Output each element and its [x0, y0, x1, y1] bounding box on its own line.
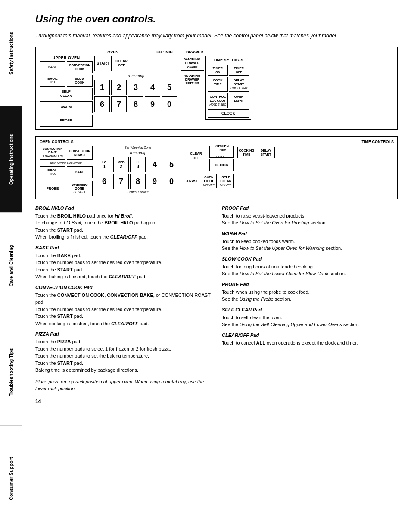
page-title: Using the oven controls. — [35, 13, 398, 28]
truetemp-lower-label: TrueTemp — [97, 151, 179, 155]
num-9-lower[interactable]: 9 — [147, 174, 162, 189]
convection-bake-button[interactable]: CONVECTIONBAKE1 RACK/MULTI — [40, 146, 65, 160]
pad-self-clean-title: SELF CLEAN Pad — [222, 307, 398, 312]
drawer-label: Drawer — [182, 50, 208, 54]
pad-convection-cook-desc: Touch the CONVECTION COOK, CONVECTION BA… — [35, 292, 212, 327]
warming-drawer-onoff-button[interactable]: WARMINGDRAWERON/OFF — [181, 56, 204, 71]
center-panel: START CLEAROFF TrueTemp 1 2 3 4 5 6 7 8 … — [94, 56, 177, 112]
timer-off-button[interactable]: TIMEROFF — [229, 65, 249, 76]
control-lockout-button[interactable]: CONTROLLOCKOUTHold 3 Sec — [208, 93, 228, 108]
sidebar-item-consumer[interactable]: Consumer Support — [0, 426, 22, 532]
page-number: 14 — [35, 398, 398, 404]
convection-roast-button[interactable]: CONVECTIONROAST — [67, 146, 93, 160]
time-controls-label: Time Controls — [362, 140, 394, 144]
pad-bake-desc: Touch the BAKE pad. Touch the number pad… — [35, 252, 212, 280]
warm-button[interactable]: WARM — [40, 101, 93, 113]
num-3-upper[interactable]: 3 — [128, 80, 143, 95]
clock-lower-button[interactable]: CLOCK — [209, 159, 234, 171]
pad-broil-hilo-desc: Touch the BROIL HI/LO pad once for HI Br… — [35, 212, 212, 241]
pad-probe-title: PROBE Pad — [222, 282, 398, 287]
num-6-lower[interactable]: 6 — [97, 174, 112, 189]
pad-warm-title: WARM Pad — [222, 231, 398, 236]
num-4-lower[interactable]: 4 — [147, 157, 162, 172]
num-4-upper[interactable]: 4 — [145, 80, 160, 95]
pad-probe: PROBE Pad Touch when using the probe to … — [222, 282, 398, 303]
pad-pizza-title: PIZZA Pad — [35, 331, 212, 336]
broil-hilo-button[interactable]: BROILHI/LO — [40, 75, 65, 87]
num-9-upper[interactable]: 9 — [145, 96, 160, 112]
pad-convection-cook: CONVECTION COOK Pad Touch the CONVECTION… — [35, 285, 212, 327]
probe-button[interactable]: PROBE — [40, 115, 93, 127]
lower-right-panel: CLEAROFF KITCHENTIMEROn/Off CLOCK START … — [184, 146, 234, 188]
num-1-upper[interactable]: 1 — [94, 80, 110, 95]
num-2-upper[interactable]: 2 — [111, 80, 127, 95]
self-clean-button[interactable]: SELFCLEAN — [40, 88, 93, 100]
clear-off-button[interactable]: CLEAROFF — [113, 56, 130, 71]
num-lo1-lower[interactable]: LO1 — [97, 157, 112, 172]
probe-lower-button[interactable]: PROBE — [40, 181, 65, 196]
bake-button[interactable]: BAKE — [40, 61, 65, 73]
warming-col: WARMINGDRAWERON/OFF WARMINGDRAWERSETTING — [181, 56, 204, 120]
delay-start-lower-button[interactable]: DELAYSTART — [257, 147, 275, 158]
warming-drawer-setting-button[interactable]: WARMINGDRAWERSETTING — [181, 72, 204, 87]
sidebar-item-troubleshooting[interactable]: Troubleshooting Tips — [0, 319, 22, 426]
num-hi3-lower[interactable]: HI3 — [130, 157, 146, 172]
num-0-lower[interactable]: 0 — [164, 174, 179, 189]
warming-zone-button[interactable]: WARMINGZONESET/OFF — [67, 181, 93, 196]
pad-proof-title: PROOF Pad — [222, 205, 398, 211]
num-med2-lower[interactable]: MED2 — [113, 157, 129, 172]
num-7-upper[interactable]: 7 — [111, 96, 127, 112]
pad-proof: PROOF Pad Touch to raise yeast-leavened … — [222, 205, 398, 227]
lower-center-panel: Set Warming Zone TrueTemp LO1 MED2 HI3 4… — [97, 146, 179, 193]
sidebar-item-care[interactable]: Care and Cleaning — [0, 213, 22, 319]
left-text-column: BROIL HI/LO Pad Touch the BROIL HI/LO pa… — [35, 205, 212, 392]
num-5-lower[interactable]: 5 — [164, 157, 179, 172]
num-0-upper[interactable]: 0 — [162, 96, 177, 112]
start-button[interactable]: START — [94, 56, 112, 71]
clear-off-lower-button[interactable]: CLEAROFF — [184, 146, 208, 166]
cooking-time-button[interactable]: COOKINGTIME — [237, 147, 255, 158]
pad-self-clean: SELF CLEAN Pad Touch to self-clean the o… — [222, 307, 398, 328]
pad-warm: WARM Pad Touch to keep cooked foods warm… — [222, 231, 398, 252]
pad-probe-desc: Touch when using the probe to cook food.… — [222, 289, 398, 303]
start-lower-button[interactable]: START — [184, 174, 199, 188]
broil-hilo-lower-button[interactable]: BROILHI/LO — [40, 166, 65, 178]
number-grid-upper: 1 2 3 4 5 6 7 8 9 0 — [94, 80, 177, 112]
hrmin-label: HR : MIN — [147, 50, 182, 54]
clock-button-upper[interactable]: CLOCK — [208, 109, 249, 118]
oven-light-button[interactable]: OVENLIGHT — [229, 93, 249, 108]
num-7-lower[interactable]: 7 — [113, 174, 129, 189]
delay-start-button[interactable]: DELAYSTARTTime Of Day — [229, 77, 249, 92]
slow-cook-button[interactable]: SLOWCOOK — [67, 75, 93, 87]
sidebar-item-safety[interactable]: Safety Instructions — [0, 0, 22, 106]
cook-time-button[interactable]: COOKTIME — [208, 77, 228, 92]
oven-light-lower-button[interactable]: OVENLIGHTOn/Off — [201, 174, 216, 188]
pad-broil-hilo: BROIL HI/LO Pad Touch the BROIL HI/LO pa… — [35, 205, 212, 241]
pad-clear-off-desc: Touch to cancel ALL oven operations exce… — [222, 339, 398, 347]
self-clean-lower-button[interactable]: SELFCLEANOn/Off — [218, 174, 234, 188]
right-text-column: PROOF Pad Touch to raise yeast-leavened … — [222, 205, 398, 392]
num-8-upper[interactable]: 8 — [128, 96, 143, 112]
upper-oven-diagram: Oven HR : MIN Drawer Upper Oven BAKE CON… — [35, 47, 398, 130]
lower-diagram-header: Oven Controls Time Controls — [40, 140, 394, 144]
time-settings-box: Time Settings TIMERON TIMEROFF COOKTIME … — [206, 56, 251, 120]
oven-controls-label: Oven Controls — [40, 140, 74, 144]
num-6-upper[interactable]: 6 — [94, 96, 110, 112]
convection-cook-button[interactable]: CONVECTIONCOOK — [67, 61, 93, 73]
pad-slow-cook-desc: Touch for long hours of unattended cooki… — [222, 263, 398, 277]
pad-bake: BAKE Pad Touch the BAKE pad. Touch the n… — [35, 245, 212, 280]
sidebar-item-operating[interactable]: Operating Instructions — [0, 106, 22, 213]
side-tabs: Safety Instructions Operating Instructio… — [0, 0, 22, 532]
kitchen-timer-button[interactable]: KITCHENTIMEROn/Off — [209, 146, 234, 158]
intro-text: Throughout this manual, features and app… — [35, 32, 398, 40]
num-8-lower[interactable]: 8 — [130, 174, 146, 189]
timer-on-button[interactable]: TIMERON — [208, 65, 228, 76]
pad-pizza-desc: Touch the PIZZA pad. Touch the number pa… — [35, 338, 212, 374]
lower-oven-diagram: Oven Controls Time Controls CONVECTIONBA… — [35, 136, 398, 199]
pad-bake-title: BAKE Pad — [35, 245, 212, 250]
num-5-upper[interactable]: 5 — [162, 80, 177, 95]
lower-time-controls: COOKINGTIME DELAYSTART — [237, 146, 275, 158]
bake-lower-button[interactable]: BAKE — [67, 166, 93, 178]
pad-slow-cook-title: SLOW COOK Pad — [222, 256, 398, 261]
text-sections: BROIL HI/LO Pad Touch the BROIL HI/LO pa… — [35, 205, 398, 392]
